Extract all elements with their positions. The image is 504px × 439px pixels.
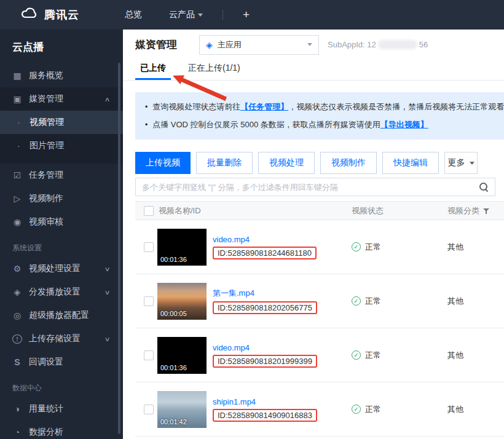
video-name-link[interactable]: video.mp4: [213, 235, 250, 244]
row-checkbox[interactable]: [144, 350, 154, 360]
chevron-down-icon: ∨: [104, 266, 110, 272]
status-cell: ✓ 正常: [352, 242, 447, 253]
task-management-link[interactable]: 【任务管理】: [240, 101, 288, 113]
id-highlight-box: ID:5285890818244681180: [213, 247, 317, 259]
app-selector-dropdown[interactable]: ◈ 主应用: [199, 35, 319, 55]
export-video-link[interactable]: 【导出视频】: [380, 119, 428, 131]
status-ok-icon: ✓: [352, 296, 361, 306]
category-cell: 其他: [447, 404, 504, 415]
sidebar-scrollbar[interactable]: [118, 63, 120, 434]
notice-line-1: • 查询视频处理状态请前往【任务管理】，视频状态仅表示视频是否禁播，禁播后视频将…: [145, 101, 504, 113]
notice-box: • 查询视频处理状态请前往【任务管理】，视频状态仅表示视频是否禁播，禁播后视频将…: [135, 92, 504, 140]
sidebar-item-video-processing-settings[interactable]: ⚙ 视频处理设置 ∨: [0, 257, 123, 280]
sidebar-item-video-review[interactable]: ◉ 视频审核: [0, 210, 123, 234]
search-input[interactable]: [142, 183, 479, 192]
column-name-id: 视频名称/ID: [159, 205, 352, 216]
review-icon: ◉: [12, 217, 22, 227]
status-ok-icon: ✓: [352, 405, 361, 414]
tab-bar: 已上传 正在上传(1/1): [123, 60, 504, 81]
page-title: 媒资管理: [135, 38, 177, 52]
search-bar: [135, 178, 495, 196]
sidebar-section-data-center: 数据中心: [0, 380, 123, 397]
app-selector-value: 主应用: [218, 39, 242, 50]
sidebar-item-distribution-playback-settings[interactable]: ◈ 分发播放设置 ∨: [0, 280, 123, 304]
nav-products[interactable]: 云产品: [156, 9, 216, 20]
sidebar-item-service-overview[interactable]: ▦ 服务概览: [0, 64, 123, 87]
status-cell: ✓ 正常: [352, 350, 447, 361]
sidebar-section-system-settings: 系统设置: [0, 240, 123, 257]
sidebar-item-super-player-config[interactable]: ◎ 超级播放器配置: [0, 304, 123, 327]
category-cell: 其他: [447, 296, 504, 307]
chevron-down-icon: ∨: [104, 336, 110, 342]
video-produce-button[interactable]: 视频制作: [320, 152, 377, 174]
video-name-link[interactable]: shipin1.mp4: [213, 397, 256, 406]
chevron-down-icon: [470, 162, 474, 165]
nav-divider: [222, 10, 223, 20]
category-cell: 其他: [447, 242, 504, 253]
content-header: 媒资管理 ◈ 主应用 SubAppId: 12 56: [123, 30, 504, 60]
status-ok-icon: ✓: [352, 350, 361, 360]
table-row: 00:00:05 第一集.mp4 ID:5285890818202056775 …: [135, 274, 504, 328]
content-body: • 查询视频处理状态请前往【任务管理】，视频状态仅表示视频是否禁播，禁播后视频将…: [123, 92, 504, 437]
top-nav-items: 总览 云产品 +: [111, 8, 263, 22]
video-thumbnail[interactable]: 00:01:36: [157, 337, 207, 374]
video-table: 视频名称/ID 视频状态 视频分类 00:01:36 video.mp4 ID:…: [135, 201, 504, 437]
player-icon: ◎: [12, 310, 22, 320]
sub-dot-icon: ·: [17, 117, 26, 127]
tab-uploaded[interactable]: 已上传: [135, 63, 171, 80]
add-tab-button[interactable]: +: [229, 8, 263, 22]
sidebar-item-image-management[interactable]: · 图片管理: [0, 134, 123, 157]
row-checkbox[interactable]: [144, 242, 154, 252]
distribution-icon: ◈: [12, 287, 22, 297]
sidebar-item-usage-statistics[interactable]: ◑ 用量统计: [0, 397, 123, 421]
tab-uploading[interactable]: 正在上传(1/1): [183, 63, 245, 80]
quick-edit-button[interactable]: 快捷编辑: [382, 152, 439, 174]
id-highlight-box: ID:5285890818201999399: [213, 355, 317, 368]
media-icon: ▣: [12, 94, 22, 104]
main-content: 媒资管理 ◈ 主应用 SubAppId: 12 56 已上传 正在上传(1/1)…: [123, 30, 504, 439]
sidebar-item-video-management[interactable]: · 视频管理: [0, 111, 123, 134]
video-thumbnail[interactable]: 00:01:36: [157, 229, 207, 266]
batch-delete-button[interactable]: 批量删除: [196, 152, 253, 174]
sidebar-item-upload-storage-settings[interactable]: ↑ 上传存储设置 ∨: [0, 327, 123, 350]
upload-circle-icon: ↑: [12, 334, 22, 344]
sidebar-group-media: ▣ 媒资管理 ∧ · 视频管理 · 图片管理: [0, 87, 123, 164]
video-thumbnail[interactable]: 00:00:05: [157, 283, 207, 320]
duration-badge: 00:01:36: [160, 364, 187, 371]
gear-icon: ⚙: [12, 264, 22, 274]
upload-video-button[interactable]: 上传视频: [135, 152, 191, 174]
page: 腾讯云 总览 云产品 + 云点播 ▦ 服务概览 ▣ 媒资管理 ∧ ·: [0, 0, 504, 439]
status-ok-icon: ✓: [352, 242, 361, 251]
row-checkbox[interactable]: [144, 405, 154, 414]
video-process-button[interactable]: 视频处理: [258, 152, 315, 174]
name-id-cell: video.mp4 ID:5285890818244681180: [213, 235, 352, 259]
duration-badge: 00:01:36: [160, 256, 187, 263]
sidebar-item-task-management[interactable]: ☑ 任务管理: [0, 164, 123, 187]
sidebar-item-video-production[interactable]: ▷ 视频制作: [0, 187, 123, 210]
column-status: 视频状态: [352, 205, 447, 216]
status-text: 正常: [365, 404, 381, 415]
nav-overview[interactable]: 总览: [111, 9, 156, 20]
video-name-link[interactable]: 第一集.mp4: [213, 288, 254, 299]
sidebar-item-callback-settings[interactable]: S 回调设置: [0, 350, 123, 374]
filter-icon[interactable]: [483, 208, 489, 214]
brand[interactable]: 腾讯云: [21, 7, 79, 22]
table-row: 00:01:36 video.mp4 ID:528589081824468118…: [135, 220, 504, 274]
sidebar: 云点播 ▦ 服务概览 ▣ 媒资管理 ∧ · 视频管理 · 图片管理 ☑ 任务管理: [0, 30, 123, 439]
duration-badge: 00:01:42: [160, 418, 187, 425]
notice-line-2: • 点播 VOD 控制台仅展示 5000 条数据，获取点播所有媒资请使用【导出视…: [145, 119, 504, 131]
more-button[interactable]: 更多: [444, 152, 478, 174]
table-header: 视频名称/ID 视频状态 视频分类: [135, 201, 504, 220]
row-checkbox[interactable]: [144, 296, 154, 306]
search-icon[interactable]: [479, 182, 489, 192]
select-all-checkbox[interactable]: [144, 206, 154, 216]
id-highlight-box: ID:5285890814909016883: [213, 409, 317, 422]
sidebar-item-media-management[interactable]: ▣ 媒资管理 ∧: [0, 87, 123, 111]
bullet-icon: •: [145, 101, 148, 113]
sidebar-item-data-analysis[interactable]: ◔ 数据分析: [0, 421, 123, 439]
video-thumbnail[interactable]: 00:01:42: [157, 391, 207, 428]
video-name-link[interactable]: video.mp4: [213, 343, 250, 352]
subappid-label: SubAppId: 12 56: [328, 40, 428, 49]
status-text: 正常: [365, 350, 381, 361]
table-row: 00:01:42 shipin1.mp4 ID:5285890814909016…: [135, 382, 504, 437]
